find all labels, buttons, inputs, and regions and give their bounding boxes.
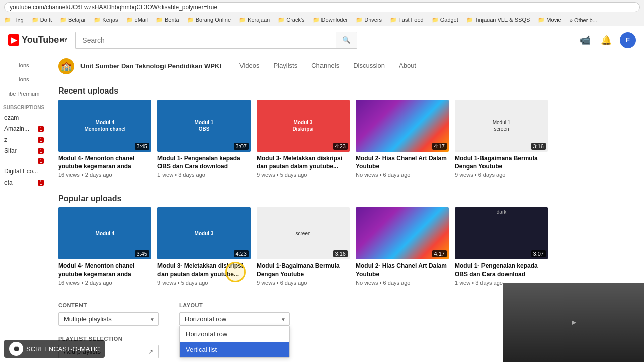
duration-r2: 3:07 (234, 143, 249, 150)
thumbnail-r4: 4:17 (356, 100, 449, 152)
meta-p3: 9 views • 6 days ago (257, 280, 350, 286)
video-card-p5[interactable]: dark 3:07 Modul 1- Pengenalan kepada OBS… (455, 207, 548, 286)
bookmarks-bar: 📁 ing 📁 Do It 📁 Belajar 📁 Kerjas 📁 eMail… (0, 14, 644, 26)
title-p4: Modul 2- Hias Chanel Art Dalam Youtube (356, 262, 449, 278)
content-label: CONTENT (58, 302, 159, 308)
screencast-logo: ⏺ (9, 342, 23, 356)
duration-p2: 4:23 (234, 250, 249, 257)
layout-option-vertical[interactable]: Vertical list (180, 342, 289, 357)
duration-r4: 4:17 (432, 143, 447, 150)
sidebar-sub-blank[interactable]: 1 (0, 156, 48, 166)
bell-icon[interactable]: 🔔 (599, 33, 614, 48)
sidebar-sub-ezam[interactable]: ezam (0, 112, 48, 123)
layout-dropdown[interactable]: Horizontal row ▼ Horizontal row Vertical… (179, 312, 290, 326)
video-card-r4[interactable]: 4:17 Modul 2- Hias Chanel Art Dalam Yout… (356, 100, 449, 178)
video-card-r2[interactable]: Modul 1OBS 3:07 Modul 1- Pengenalan kepa… (157, 100, 251, 178)
bookmark-kerajaan[interactable]: 📁 Kerajaan (236, 16, 273, 24)
bookmark-berita[interactable]: 📁 Berita (153, 16, 182, 24)
sidebar-sub-digital[interactable]: Digital Eco... (0, 166, 48, 177)
bookmark-cracks[interactable]: 📁 Crack's (275, 16, 307, 24)
sub-count-blank: 1 (38, 158, 44, 164)
channel-name: Unit Sumber Dan Teknologi Pendidikan WPK… (80, 62, 221, 70)
sidebar-item-ions2[interactable]: ions (0, 72, 48, 86)
thumbnail-r1: Modul 4Menonton chanel 3:45 (58, 100, 151, 152)
sub-count-sifar: 1 (38, 148, 44, 154)
channel-nav: 🏫 Unit Sumber Dan Teknologi Pendidikan W… (48, 54, 644, 78)
bookmark-doit[interactable]: 📁 Do It (29, 16, 55, 24)
youtube-logo[interactable]: ▶ YouTube MY (8, 34, 67, 46)
bookmark-belajar[interactable]: 📁 Belajar (57, 16, 89, 24)
screencast-watermark: ⏺ SCREENCAST-O-MATIC (4, 340, 105, 358)
recent-section-title: Recent uploads (48, 78, 644, 100)
video-card-p3[interactable]: screen 3:16 Modul 1-Bagaimana Bermula De… (257, 207, 350, 286)
bookmark-tinjauan[interactable]: 📁 Tinjauan VLE & SSQS (463, 16, 533, 24)
layout-dropdown-menu: Horizontal row Vertical list (179, 326, 290, 358)
thumbnail-r2: Modul 1OBS 3:07 (157, 100, 251, 152)
sub-name-digital: Digital Eco... (4, 168, 38, 175)
title-r5: Modul 1-Bagaimana Bermula Dengan Youtube (455, 155, 548, 170)
video-card-r3[interactable]: Modul 3Diskripsi 4:23 Modul 3- Meletakka… (257, 100, 350, 178)
video-card-p1[interactable]: Modul 4 3:45 Modul 4- Menonton chanel yo… (58, 207, 151, 286)
duration-r3: 4:23 (333, 143, 348, 150)
content-select[interactable]: Multiple playlists (58, 312, 159, 326)
tab-discussion[interactable]: Discussion (347, 56, 391, 76)
meta-p1: 16 views • 2 days ago (58, 280, 151, 286)
search-input[interactable] (75, 32, 336, 49)
title-p5: Modul 1- Pengenalan kepada OBS dan Cara … (455, 262, 548, 278)
meta-r2: 1 view • 3 days ago (157, 172, 251, 178)
tab-channels[interactable]: Channels (305, 56, 345, 76)
duration-p5: 3:07 (531, 250, 546, 257)
youtube-country: MY (60, 37, 67, 43)
meta-p2: 9 views • 5 days ago (157, 280, 251, 286)
video-camera-icon[interactable]: 📹 (578, 33, 593, 48)
bookmark-downloder[interactable]: 📁 Downloder (310, 16, 351, 24)
url-bar[interactable]: youtube.com/channel/UC6LwzsHAXDhbqhmbqCL… (4, 2, 640, 12)
video-card-r5[interactable]: Modul 1screen 3:16 Modul 1-Bagaimana Ber… (455, 100, 548, 178)
bookmark-gadget[interactable]: 📁 Gadget (429, 16, 461, 24)
tab-videos[interactable]: Videos (233, 56, 266, 76)
sidebar-sub-amazing[interactable]: Amazin... 1 (0, 123, 48, 134)
video-card-p2[interactable]: Modul 3 4:23 Modul 3- Meletakkan diskrip… (157, 207, 251, 286)
bookmark-other[interactable]: » Other b... (567, 17, 600, 24)
bookmark-folder-icon: 📁 (4, 17, 11, 23)
sidebar-sub-sifar[interactable]: Sifar 1 (0, 145, 48, 156)
header-right: 📹 🔔 F (578, 32, 636, 48)
title-p3: Modul 1-Bagaimana Bermula Dengan Youtube (257, 262, 350, 278)
bookmark-fastfood[interactable]: 📁 Fast Food (387, 16, 427, 24)
bookmark-movie[interactable]: 📁 Movie (535, 16, 564, 24)
sidebar-item-ions[interactable]: ions (0, 58, 48, 72)
sidebar-sub-eta[interactable]: eta 1 (0, 177, 48, 188)
duration-r1: 3:45 (135, 143, 149, 150)
user-avatar[interactable]: F (620, 32, 636, 48)
content-dropdown[interactable]: Multiple playlists ▼ (58, 312, 159, 326)
sub-name-eta: eta (4, 179, 13, 186)
layout-option-horizontal[interactable]: Horizontal row (180, 326, 289, 342)
layout-select-box[interactable]: Horizontal row (179, 312, 290, 326)
bookmark-email[interactable]: 📁 eMail (123, 16, 151, 24)
bookmark-borang[interactable]: 📁 Borang Online (184, 16, 234, 24)
thumbnail-p4: 4:17 (356, 207, 449, 259)
search-button[interactable]: 🔍 (336, 32, 357, 49)
bookmark-drivers[interactable]: 📁 Drivers (353, 16, 385, 24)
sidebar-item-premium[interactable]: ibe Premium (0, 86, 48, 101)
bookmark-ing[interactable]: ing (13, 17, 27, 24)
youtube-header: ▶ YouTube MY 🔍 📹 🔔 F (0, 26, 644, 54)
video-popup-inner: ▶ (503, 283, 644, 362)
sub-count-eta: 1 (38, 180, 44, 186)
bookmark-kerjas[interactable]: 📁 Kerjas (91, 16, 121, 24)
tab-playlists[interactable]: Playlists (268, 56, 304, 76)
video-card-p4[interactable]: 4:17 Modul 2- Hias Chanel Art Dalam Yout… (356, 207, 449, 286)
tab-about[interactable]: About (393, 56, 422, 76)
external-link-icon: ↗ (148, 348, 153, 355)
sidebar-sub-z[interactable]: z 1 (0, 134, 48, 145)
meta-r1: 16 views • 2 days ago (58, 172, 151, 178)
search-box: 🔍 (75, 32, 357, 49)
sidebar-subscriptions-title: Subscriptions (0, 101, 48, 112)
popular-video-grid: Modul 4 3:45 Modul 4- Menonton chanel yo… (48, 207, 644, 294)
duration-r5: 3:16 (531, 143, 546, 150)
browser-chrome: youtube.com/channel/UC6LwzsHAXDhbqhmbqCL… (0, 0, 644, 14)
video-popup[interactable]: ▶ (503, 283, 644, 362)
title-r1: Modul 4- Menonton chanel youtube kegemar… (58, 155, 151, 170)
thumbnail-p5: dark 3:07 (455, 207, 548, 259)
video-card-r1[interactable]: Modul 4Menonton chanel 3:45 Modul 4- Men… (58, 100, 151, 178)
